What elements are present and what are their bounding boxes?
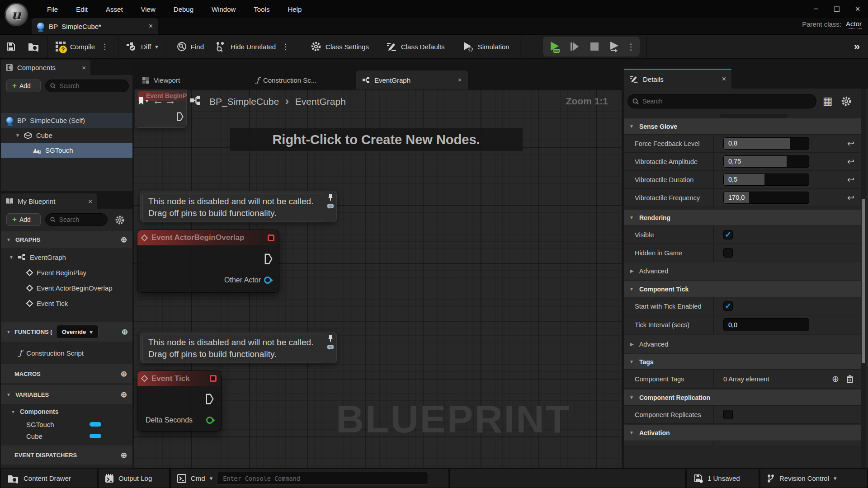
- variables-section-header[interactable]: ▼ VARIABLES ⊕: [1, 385, 132, 404]
- play-options-button[interactable]: ⋮: [624, 37, 638, 56]
- my-blueprint-search-input[interactable]: [59, 216, 103, 223]
- graph-item-event-actorbeginoverlap[interactable]: Event ActorBeginOverlap: [1, 281, 132, 295]
- eject-button[interactable]: [604, 37, 624, 56]
- my-blueprint-panel-tab[interactable]: My Blueprint ×: [1, 193, 97, 209]
- delta-seconds-float-pin[interactable]: [206, 416, 216, 424]
- minimize-button[interactable]: −: [806, 2, 826, 16]
- functions-section-header[interactable]: ▼ FUNCTIONS ( Override ▾ ⊕: [1, 322, 132, 342]
- comment-bubble-icon[interactable]: [327, 204, 334, 210]
- frame-skip-button[interactable]: [565, 37, 585, 56]
- browse-to-asset-button[interactable]: [22, 34, 45, 59]
- visible-checkbox[interactable]: ✓: [723, 230, 733, 239]
- menu-window[interactable]: Window: [203, 0, 245, 18]
- asset-tab-close-icon[interactable]: ×: [149, 22, 153, 30]
- components-panel-tab[interactable]: Components ×: [1, 60, 90, 75]
- expander-down-icon[interactable]: ▼: [15, 133, 20, 138]
- hide-unrelated-button[interactable]: Hide Unrelated ⋮: [210, 34, 297, 59]
- expander-down-icon[interactable]: ▼: [9, 255, 14, 260]
- add-graph-icon[interactable]: ⊕: [121, 235, 127, 244]
- tree-item-self[interactable]: BP_SimpleCube (Self): [1, 113, 132, 128]
- menu-view[interactable]: View: [132, 0, 165, 18]
- tab-eventgraph-close-icon[interactable]: ×: [458, 76, 462, 84]
- close-window-button[interactable]: ×: [847, 2, 868, 16]
- blueprint-settings-gear-icon[interactable]: [115, 215, 125, 225]
- details-display-filter-icon[interactable]: ▦: [823, 95, 833, 107]
- reset-to-default-icon[interactable]: ↩: [847, 192, 854, 203]
- details-settings-gear-icon[interactable]: [841, 96, 852, 107]
- output-log-button[interactable]: Output Log: [99, 469, 169, 488]
- menu-asset[interactable]: Asset: [97, 0, 132, 18]
- pin-icon[interactable]: [327, 194, 334, 201]
- component-replicates-checkbox[interactable]: [723, 410, 733, 419]
- bookmark-icon[interactable]: [138, 97, 144, 106]
- exec-pin-icon[interactable]: [177, 112, 184, 121]
- other-actor-object-pin[interactable]: [264, 276, 274, 284]
- functions-override-dropdown[interactable]: Override ▾: [56, 325, 99, 338]
- vibro-frequency-slider[interactable]: 170,0: [723, 192, 809, 204]
- tree-item-sgtouch[interactable]: SGTouch: [1, 143, 132, 158]
- add-event-dispatcher-icon[interactable]: ⊕: [121, 450, 127, 460]
- tree-item-cube[interactable]: ▼ Cube: [1, 128, 132, 143]
- function-item-construction-script[interactable]: ƒ Construction Script: [1, 343, 132, 362]
- pin-icon[interactable]: [327, 335, 334, 342]
- bookmark-chevron-down-icon[interactable]: ▾: [146, 98, 148, 104]
- save-button[interactable]: [0, 34, 22, 59]
- add-macro-icon[interactable]: ⊕: [121, 369, 127, 379]
- event-graph-canvas[interactable]: Event BeginPlay ▾ ← → BP_SimpleCube › Ev…: [133, 89, 622, 468]
- unsaved-assets-button[interactable]: 1 Unsaved: [687, 469, 759, 488]
- tab-viewport[interactable]: Viewport: [136, 70, 186, 89]
- details-panel-tab[interactable]: Details ×: [624, 69, 731, 89]
- menu-edit[interactable]: Edit: [67, 0, 97, 18]
- menu-help[interactable]: Help: [278, 0, 311, 18]
- vibro-duration-slider[interactable]: 0,5: [723, 174, 809, 186]
- vibro-amplitude-slider[interactable]: 0,75: [723, 155, 809, 168]
- details-search-input[interactable]: [642, 98, 811, 105]
- node-header[interactable]: Event Tick: [137, 371, 221, 386]
- section-sense-glove[interactable]: ▼ Sense Glove: [624, 118, 862, 135]
- force-feedback-slider[interactable]: 0,8: [723, 137, 809, 150]
- my-blueprint-close-icon[interactable]: ×: [88, 197, 92, 205]
- details-scrollbar-thumb[interactable]: [862, 199, 865, 363]
- compile-options-icon[interactable]: ⋮: [99, 42, 110, 52]
- event-dispatchers-section-header[interactable]: EVENT DISPATCHERS ⊕: [1, 446, 132, 465]
- simulation-button[interactable]: Simulation: [456, 34, 515, 59]
- reset-to-default-icon[interactable]: ↩: [847, 156, 854, 167]
- menu-tools[interactable]: Tools: [245, 0, 278, 18]
- graph-item-event-tick[interactable]: Event Tick: [1, 296, 132, 310]
- section-component-tick[interactable]: ▼ Component Tick: [624, 281, 862, 297]
- class-settings-button[interactable]: Class Settings: [305, 34, 375, 59]
- components-add-button[interactable]: + Add: [6, 80, 41, 92]
- stop-button[interactable]: [585, 37, 604, 56]
- variables-components-group[interactable]: ▼ Components: [1, 406, 132, 418]
- details-search[interactable]: [627, 94, 816, 108]
- console-command-input[interactable]: [217, 472, 428, 485]
- exec-output-pin[interactable]: [264, 253, 273, 264]
- tab-eventgraph[interactable]: EventGraph ×: [356, 70, 468, 89]
- components-search-input[interactable]: [59, 82, 124, 89]
- section-tags[interactable]: ▼ Tags: [624, 354, 862, 370]
- diff-button[interactable]: Diff ▾: [120, 34, 164, 59]
- class-defaults-button[interactable]: Class Defaults: [380, 34, 451, 59]
- compile-button[interactable]: ? Compile ⋮: [49, 34, 116, 59]
- exec-output-pin[interactable]: [206, 394, 214, 404]
- variable-item-cube[interactable]: Cube: [1, 430, 132, 442]
- nav-forward-arrow-icon[interactable]: →: [165, 94, 176, 107]
- find-button[interactable]: Find: [171, 34, 210, 59]
- graphs-section-header[interactable]: ▼ GRAPHS ⊕: [1, 231, 132, 248]
- rendering-advanced-expander[interactable]: ▶ Advanced: [624, 262, 862, 280]
- section-activation[interactable]: ▼ Activation: [624, 425, 862, 441]
- components-search[interactable]: [45, 80, 129, 92]
- graph-item-eventgraph[interactable]: ▼ EventGraph: [1, 250, 132, 264]
- my-blueprint-search[interactable]: [45, 213, 108, 226]
- macros-section-header[interactable]: MACROS ⊕: [1, 364, 132, 383]
- cmd-label[interactable]: Cmd: [191, 474, 205, 482]
- revision-control-button[interactable]: Revision Control ▾: [760, 469, 867, 488]
- add-array-element-icon[interactable]: ⊕: [832, 374, 839, 384]
- node-event-actorbeginoverlap[interactable]: Event ActorBeginOverlap Other Actor: [137, 230, 279, 293]
- cmd-chevron-down-icon[interactable]: ▾: [210, 475, 213, 482]
- hide-unrelated-options-icon[interactable]: ⋮: [280, 42, 291, 52]
- comment-bubble-icon[interactable]: [327, 345, 334, 351]
- node-event-tick[interactable]: Event Tick Delta Seconds: [137, 371, 222, 432]
- variable-item-sgtouch[interactable]: SGTouch: [1, 418, 132, 430]
- tab-construction-script[interactable]: ƒ Construction Sc...: [250, 70, 323, 89]
